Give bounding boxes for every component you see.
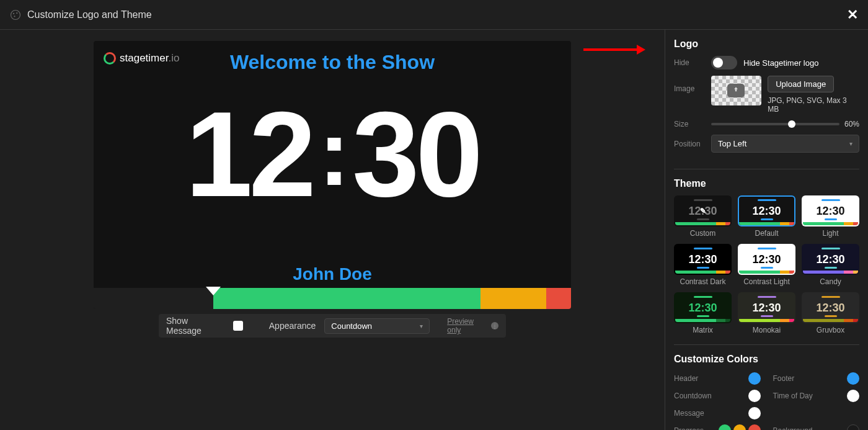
pencil-icon: ✎	[700, 207, 706, 215]
color-label: Background	[773, 426, 813, 430]
preview-footer: John Doe	[94, 264, 571, 284]
svg-point-1	[13, 12, 14, 14]
size-value: 60%	[844, 120, 859, 128]
svg-point-0	[11, 10, 20, 19]
color-swatch[interactable]	[748, 390, 761, 402]
color-swatch[interactable]	[748, 407, 761, 419]
color-row-background: Background	[773, 424, 860, 430]
palette-icon	[10, 9, 21, 20]
color-swatch[interactable]	[733, 424, 746, 430]
color-row-message: Message	[674, 407, 761, 419]
settings-sidebar: Logo Hide Hide Stagetimer logo Image Upl…	[665, 30, 868, 430]
theme-name: Light	[802, 229, 859, 238]
show-message-label: Show Message	[166, 316, 224, 336]
logo-brand: stagetimer	[120, 52, 168, 64]
chevron-down-icon: ▾	[849, 140, 852, 147]
color-row-header: Header	[674, 372, 761, 385]
preview-progress-bar	[94, 288, 571, 309]
preview-time: 12:30	[94, 94, 571, 215]
theme-heading: Theme	[674, 178, 859, 189]
theme-name: Matrix	[674, 326, 732, 334]
color-swatch[interactable]	[719, 424, 731, 430]
chevron-down-icon: ▾	[420, 323, 423, 329]
theme-name: Candy	[802, 277, 859, 286]
dialog-header: Customize Logo and Theme ✕	[0, 0, 868, 30]
theme-option-default[interactable]: 12:30Default	[738, 195, 795, 238]
svg-point-3	[14, 16, 15, 17]
image-label: Image	[674, 76, 705, 93]
appearance-select[interactable]: Countdown ▾	[324, 318, 430, 334]
theme-section: Theme 12:30✎Custom12:30Default12:30Light…	[674, 178, 859, 345]
theme-option-contrast-dark[interactable]: 12:30Contrast Dark	[674, 244, 732, 286]
upload-image-button[interactable]: Upload Image	[768, 76, 834, 92]
svg-point-2	[16, 12, 17, 13]
dialog-title: Customize Logo and Theme	[27, 9, 152, 20]
stagetimer-logo-icon	[104, 52, 116, 65]
info-icon: i	[491, 322, 498, 329]
time-seconds: 30	[352, 86, 479, 222]
preview-area: stagetimer.io Welcome to the Show 12:30 …	[0, 30, 665, 430]
color-label: Progress	[674, 426, 704, 430]
color-row-footer: Footer	[773, 372, 860, 385]
preview-controls: Show Message Appearance Countdown ▾ Prev…	[159, 314, 506, 338]
close-icon[interactable]: ✕	[847, 7, 858, 23]
appearance-value: Countdown	[331, 321, 372, 331]
color-row-time-of-day: Time of Day	[773, 390, 860, 402]
theme-option-monokai[interactable]: 12:30Monokai	[738, 292, 795, 334]
upload-hint: JPG, PNG, SVG, Max 3 MB	[768, 96, 859, 114]
time-minutes: 12	[185, 86, 312, 222]
hide-logo-text: Hide Stagetimer logo	[743, 58, 818, 68]
pointer-arrow	[577, 45, 645, 55]
color-label: Message	[674, 409, 704, 418]
size-label: Size	[674, 120, 705, 128]
color-swatch[interactable]	[748, 372, 761, 385]
color-label: Time of Day	[773, 392, 813, 400]
logo-tld: .io	[168, 52, 179, 64]
theme-name: Custom	[674, 229, 732, 238]
theme-name: Default	[738, 229, 795, 238]
color-label: Footer	[773, 374, 795, 383]
position-value: Top Left	[718, 139, 746, 148]
color-swatch[interactable]	[847, 424, 859, 430]
color-row-countdown: Countdown	[674, 390, 761, 402]
stagetimer-logo: stagetimer.io	[104, 52, 179, 65]
hide-logo-toggle[interactable]	[711, 56, 737, 69]
logo-section: Logo Hide Hide Stagetimer logo Image Upl…	[674, 38, 859, 169]
logo-image-placeholder[interactable]	[711, 76, 762, 105]
color-row-progress: Progress	[674, 424, 761, 430]
theme-option-light[interactable]: 12:30Light	[802, 195, 859, 238]
position-label: Position	[674, 140, 705, 148]
upload-icon	[727, 84, 745, 97]
theme-option-contrast-light[interactable]: 12:30Contrast Light	[738, 244, 795, 286]
preview-only-link[interactable]: Preview only i	[447, 317, 498, 334]
color-swatch[interactable]	[847, 390, 859, 402]
theme-name: Contrast Dark	[674, 277, 732, 286]
theme-name: Monokai	[738, 326, 795, 334]
theme-option-candy[interactable]: 12:30Candy	[802, 244, 859, 286]
show-message-checkbox[interactable]	[233, 321, 243, 331]
color-swatch[interactable]	[847, 372, 859, 385]
color-label: Header	[674, 374, 698, 383]
color-swatch[interactable]	[748, 424, 761, 430]
colors-heading: Customize Colors	[674, 354, 859, 365]
position-select[interactable]: Top Left ▾	[711, 135, 859, 153]
hide-label: Hide	[674, 58, 705, 67]
theme-option-custom[interactable]: 12:30✎Custom	[674, 195, 732, 238]
color-label: Countdown	[674, 392, 712, 400]
size-slider[interactable]	[711, 123, 839, 125]
appearance-label: Appearance	[269, 321, 316, 331]
theme-option-gruvbox[interactable]: 12:30Gruvbox	[802, 292, 859, 334]
logo-heading: Logo	[674, 38, 859, 50]
customize-colors-section: Customize Colors HeaderFooterCountdownTi…	[674, 354, 859, 430]
theme-name: Contrast Light	[738, 277, 795, 286]
theme-name: Gruvbox	[802, 326, 859, 334]
timer-preview: stagetimer.io Welcome to the Show 12:30 …	[94, 41, 571, 309]
theme-option-matrix[interactable]: 12:30Matrix	[674, 292, 732, 334]
